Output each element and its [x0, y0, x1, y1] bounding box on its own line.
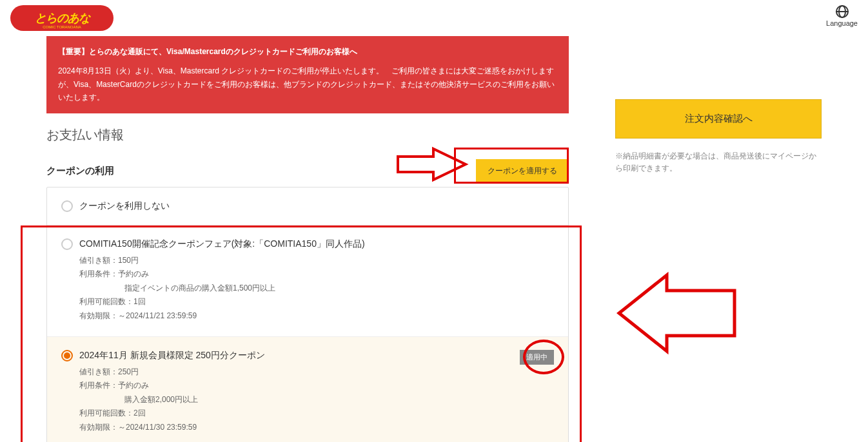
radio-icon-selected	[61, 350, 73, 361]
language-label: Language	[826, 19, 858, 27]
coupon-condition: 利用条件：予約のみ	[79, 267, 554, 282]
coupon-title: 2024年11月 新規会員様限定 250円分クーポン	[79, 350, 265, 361]
page-title: お支払い情報	[46, 126, 569, 144]
coupon-discount: 値引き額：250円	[79, 365, 554, 380]
coupon-condition-detail: 購入金額2,000円以上	[79, 393, 554, 407]
globe-icon	[836, 5, 849, 18]
applied-badge: 適用中	[520, 350, 554, 365]
annotation-arrow-right	[395, 146, 472, 182]
language-selector[interactable]: Language	[826, 5, 858, 27]
coupon-uses: 利用可能回数：1回	[79, 295, 554, 309]
radio-icon	[61, 200, 73, 212]
coupon-expiry: 有効期限：～2024/11/21 23:59:59	[79, 309, 554, 323]
coupon-option-none[interactable]: クーポンを利用しない	[47, 187, 568, 226]
confirm-order-button[interactable]: 注文内容確認へ	[615, 99, 822, 139]
alert-title: 【重要】とらのあな通販にて、Visa/Mastercardのクレジットカードご利…	[58, 45, 557, 58]
logo-text: とらのあな	[35, 10, 90, 26]
alert-body: 2024年8月13日（火）より、Visa、Mastercard クレジットカード…	[58, 64, 557, 104]
coupon-option-comitia[interactable]: COMITIA150開催記念クーポンフェア(対象:「COMITIA150」同人作…	[47, 226, 568, 337]
logo-subtext: COMIC TORANOANA	[43, 25, 81, 29]
coupon-discount: 値引き額：150円	[79, 254, 554, 268]
delivery-note: ※納品明細書が必要な場合は、商品発送後にマイページから印刷できます。	[615, 150, 822, 175]
coupon-expiry: 有効期限：～2024/11/30 23:59:59	[79, 421, 554, 435]
annotation-arrow-left	[615, 271, 738, 355]
coupon-section-heading: クーポンの利用	[46, 165, 114, 177]
site-logo[interactable]: とらのあな COMIC TORANOANA	[10, 5, 113, 31]
coupon-none-label: クーポンを利用しない	[79, 200, 170, 212]
coupon-option-new-member[interactable]: 適用中 2024年11月 新規会員様限定 250円分クーポン 値引き額：250円…	[47, 337, 568, 442]
apply-coupon-button[interactable]: クーポンを適用する	[476, 159, 569, 183]
coupon-title: COMITIA150開催記念クーポンフェア(対象:「COMITIA150」同人作…	[79, 238, 365, 250]
coupon-uses: 利用可能回数：2回	[79, 407, 554, 421]
coupon-condition: 利用条件：予約のみ	[79, 379, 554, 393]
radio-icon	[61, 238, 73, 250]
coupon-condition-detail: 指定イベントの商品の購入金額1,500円以上	[79, 282, 554, 296]
coupon-panel: クーポンを利用しない COMITIA150開催記念クーポンフェア(対象:「COM…	[46, 187, 569, 442]
alert-banner: 【重要】とらのあな通販にて、Visa/Mastercardのクレジットカードご利…	[46, 36, 569, 113]
